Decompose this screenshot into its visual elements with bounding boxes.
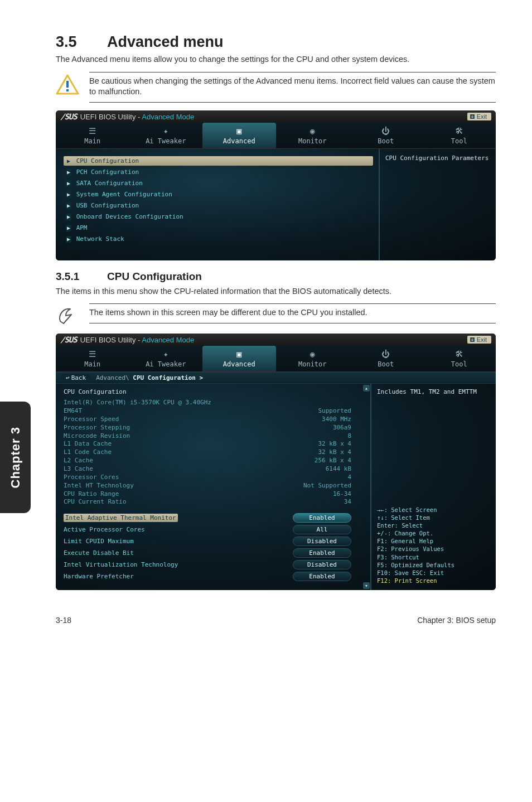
breadcrumb: Advanced\ CPU Configuration > — [96, 374, 203, 381]
bios-title-prefix: UEFI BIOS Utility - — [80, 336, 141, 344]
menu-label: CPU Configuration — [76, 157, 139, 165]
page-footer: 3-18 Chapter 3: BIOS setup — [56, 616, 496, 625]
option-value[interactable]: Enabled — [293, 548, 351, 558]
tab-advanced[interactable]: ▣Advanced — [202, 123, 276, 148]
bios-titlebar: /SUS UEFI BIOS Utility - Advanced Mode E… — [56, 334, 496, 346]
warning-icon — [56, 74, 79, 95]
tab-main[interactable]: ☰Main — [56, 123, 129, 148]
option-value[interactable]: Enabled — [293, 513, 351, 523]
option-label: Execute Disable Bit — [64, 549, 134, 557]
tab-advanced[interactable]: ▣Advanced — [202, 346, 276, 371]
breadcrumb-prefix: Advanced\ — [96, 374, 133, 381]
option-value[interactable]: Disabled — [293, 560, 351, 569]
info-row: L1 Code Cache32 kB x 4 — [64, 448, 351, 457]
exit-button[interactable]: Exit — [467, 336, 491, 344]
chapter-side-label: Chapter 3 — [8, 427, 23, 488]
brand-logo: /SUS — [60, 112, 77, 121]
menu-label: Onboard Devices Configuration — [76, 213, 183, 220]
tweaker-icon: ✦ — [129, 349, 203, 359]
brand-logo: /SUS — [60, 335, 77, 344]
tab-tool[interactable]: 🛠Tool — [423, 346, 496, 371]
tab-boot[interactable]: ⏻Boot — [349, 346, 423, 371]
power-icon: ⏻ — [349, 349, 423, 359]
menu-item-system-agent-configuration[interactable]: ▶ System Agent Configuration — [64, 190, 373, 199]
menu-item-sata-configuration[interactable]: ▶ SATA Configuration — [64, 178, 373, 188]
tab-label: Main — [84, 137, 100, 145]
tab-label: Tool — [451, 360, 467, 368]
back-label: Back — [71, 374, 86, 381]
footer-chapter: Chapter 3: BIOS setup — [417, 616, 496, 625]
option-hw-prefetcher[interactable]: Hardware Prefetcher Enabled — [64, 572, 351, 581]
chevron-right-icon: ▶ — [66, 214, 71, 220]
tab-label: Boot — [378, 137, 394, 145]
exit-label: Exit — [477, 113, 487, 120]
exit-icon — [470, 337, 475, 342]
info-row: CPU Ratio Range16-34 — [64, 490, 351, 499]
key-legend: →←: Select Screen ↑↓: Select Item Enter:… — [377, 506, 490, 585]
info-row: L2 Cache256 kB x 4 — [64, 457, 351, 465]
tab-main[interactable]: ☰Main — [56, 346, 129, 371]
menu-item-network-stack[interactable]: ▶ Network Stack — [64, 234, 373, 244]
bios-title-mode: Advanced Mode — [142, 336, 194, 344]
note-text: The items shown in this screen may be di… — [89, 304, 496, 323]
tab-boot[interactable]: ⏻Boot — [349, 123, 423, 148]
option-limit-cpuid[interactable]: Limit CPUID Maximum Disabled — [64, 537, 351, 546]
scroll-down-icon[interactable]: ▾ — [363, 582, 370, 589]
subsection-number: 3.5.1 — [56, 270, 107, 283]
exit-button[interactable]: Exit — [467, 113, 491, 120]
tab-monitor[interactable]: ◉Monitor — [276, 346, 350, 371]
chapter-side-tab: Chapter 3 — [0, 402, 31, 513]
info-row: Intel HT TechnologyNot Supported — [64, 482, 351, 490]
divider — [89, 102, 496, 103]
arrow-left-icon: ↩ — [66, 374, 70, 381]
option-vt[interactable]: Intel Virtualization Technology Disabled — [64, 560, 351, 569]
power-icon: ⏻ — [349, 126, 423, 136]
back-button[interactable]: ↩ Back — [61, 374, 90, 382]
scrollbar[interactable]: ▴ ▾ — [362, 384, 370, 590]
section-intro: The Advanced menu items allow you to cha… — [56, 54, 496, 65]
svg-rect-0 — [66, 81, 69, 88]
tab-ai-tweaker[interactable]: ✦Ai Tweaker — [129, 123, 203, 148]
tool-icon: 🛠 — [423, 349, 496, 359]
menu-label: System Agent Configuration — [76, 191, 172, 198]
option-thermal-monitor[interactable]: Intel Adaptive Thermal Monitor Enabled — [64, 513, 351, 523]
info-row: EM64TSupported — [64, 407, 351, 416]
chevron-right-icon: ▶ — [66, 158, 71, 165]
menu-item-cpu-configuration[interactable]: ▶ CPU Configuration — [64, 156, 373, 166]
list-icon: ☰ — [56, 126, 129, 136]
chevron-right-icon: ▶ — [66, 225, 71, 231]
info-row: Processor Stepping306a9 — [64, 424, 351, 432]
key-hint: ↑↓: Select Item — [377, 514, 490, 521]
bios-screenshot-advanced-menu: /SUS UEFI BIOS Utility - Advanced Mode E… — [56, 110, 496, 260]
key-hint: Enter: Select — [377, 521, 490, 529]
tab-tool[interactable]: 🛠Tool — [423, 123, 496, 148]
chevron-right-icon: ▶ — [66, 191, 71, 198]
cpu-config-panel: CPU Configuration Intel(R) Core(TM) i5-3… — [56, 384, 362, 590]
option-value[interactable]: All — [293, 525, 351, 534]
menu-label: USB Configuration — [76, 202, 139, 209]
tab-label: Monitor — [298, 137, 327, 145]
tab-label: Main — [84, 360, 100, 368]
caution-callout: Be cautious when changing the settings o… — [56, 72, 496, 103]
tab-ai-tweaker[interactable]: ✦Ai Tweaker — [129, 346, 203, 371]
tab-monitor[interactable]: ◉Monitor — [276, 123, 350, 148]
menu-label: SATA Configuration — [76, 180, 143, 187]
menu-item-apm[interactable]: ▶ APM — [64, 223, 373, 233]
page-number: 3-18 — [56, 616, 71, 625]
section-title: Advanced menu — [107, 33, 224, 50]
option-value[interactable]: Disabled — [293, 537, 351, 546]
key-hint: +/-: Change Opt. — [377, 529, 490, 537]
info-row: Processor Speed3400 MHz — [64, 416, 351, 424]
menu-item-usb-configuration[interactable]: ▶ USB Configuration — [64, 201, 373, 210]
info-row: CPU Current Ratio34 — [64, 498, 351, 506]
option-execute-disable[interactable]: Execute Disable Bit Enabled — [64, 548, 351, 558]
menu-label: APM — [76, 224, 88, 231]
scroll-up-icon[interactable]: ▴ — [363, 385, 370, 392]
bios-help-panel: Includes TM1, TM2 and EMTTM →←: Select S… — [370, 384, 496, 590]
key-hint: →←: Select Screen — [377, 506, 490, 514]
menu-item-pch-configuration[interactable]: ▶ PCH Configuration — [64, 167, 373, 177]
option-value[interactable]: Enabled — [293, 572, 351, 581]
tab-label: Ai Tweaker — [146, 137, 186, 145]
option-active-cores[interactable]: Active Processor Cores All — [64, 525, 351, 534]
menu-item-onboard-devices-configuration[interactable]: ▶ Onboard Devices Configuration — [64, 212, 373, 221]
